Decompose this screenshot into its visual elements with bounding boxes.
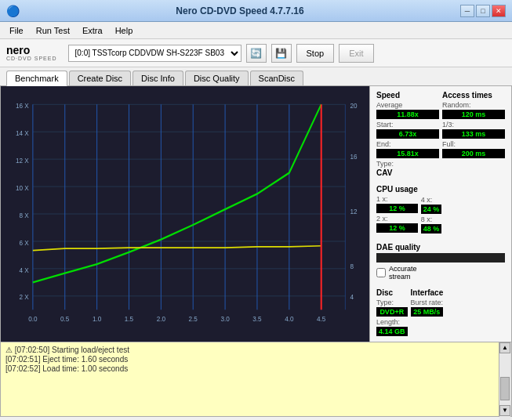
disc-title: Disc — [376, 288, 408, 297]
svg-text:1.5: 1.5 — [125, 315, 133, 324]
log-entry-0: ⚠ [07:02:50] Starting load/eject test — [5, 346, 494, 354]
toolbar: nero CD·DVD SPEED [0:0] TSSTcorp CDDVDW … — [0, 39, 512, 67]
app-icon: 🔵 — [6, 5, 20, 17]
right-panel: Speed Average 11.88x Start: 6.73x End: 1… — [370, 86, 511, 342]
cpu-4x-value: 24 % — [421, 205, 442, 214]
full-value: 200 ms — [442, 149, 505, 158]
drive-selector[interactable]: [0:0] TSSTcorp CDDVDW SH-S223F SB03 — [68, 45, 241, 62]
svg-text:4.0: 4.0 — [285, 315, 293, 324]
cpu-1x-label: 1 x: — [376, 195, 418, 203]
accurate-stream-checkbox[interactable] — [376, 268, 386, 277]
access-section: Access times Random: 120 ms 1/3: 133 ms … — [442, 91, 505, 177]
speed-section: Speed Average 11.88x Start: 6.73x End: 1… — [376, 91, 439, 177]
svg-text:8 X: 8 X — [20, 211, 29, 219]
log-text-0: Starting load/eject test — [52, 346, 129, 354]
dae-section: DAE quality Accurate stream — [376, 243, 505, 281]
svg-text:10 X: 10 X — [16, 183, 29, 192]
logo-top: nero — [6, 45, 57, 56]
log-text-1: Eject time: 1.60 seconds — [42, 355, 128, 364]
svg-text:3.5: 3.5 — [252, 315, 261, 324]
disc-type-value: DVD+R — [376, 307, 408, 317]
log-time-1: [07:02:51] — [5, 355, 40, 364]
cpu-8x-label: 8 x: — [421, 215, 442, 223]
title-bar: 🔵 Nero CD-DVD Speed 4.7.7.16 ─ □ ✕ — [0, 0, 512, 22]
svg-text:4: 4 — [350, 293, 354, 302]
disc-interface-section: Disc Type: DVD+R Length: 4.14 GB Interfa… — [376, 288, 505, 338]
avg-value: 11.88x — [376, 110, 439, 119]
chart-svg: 16 X 14 X 12 X 10 X 8 X 6 X 4 X 2 X 20 1… — [1, 86, 369, 342]
menu-help[interactable]: Help — [109, 24, 140, 37]
menu-file[interactable]: File — [3, 24, 30, 37]
type-label: Type: — [376, 160, 439, 168]
full-label: Full: — [442, 140, 505, 148]
burst-label: Burst rate: — [411, 299, 444, 306]
cpu-title: CPU usage — [376, 185, 418, 194]
logo-bottom: CD·DVD SPEED — [6, 56, 57, 61]
log-time-2: [07:02:52] — [5, 364, 40, 373]
scroll-down-btn[interactable]: ▼ — [499, 405, 510, 416]
speed-access-section: Speed Average 11.88x Start: 6.73x End: 1… — [376, 91, 505, 177]
tabs-bar: Benchmark Create Disc Disc Info Disc Qua… — [0, 67, 512, 86]
menu-extra[interactable]: Extra — [76, 24, 109, 37]
end-value: 15.81x — [376, 149, 439, 158]
one-third-label: 1/3: — [442, 121, 505, 129]
svg-text:4 X: 4 X — [20, 266, 29, 274]
svg-text:14 X: 14 X — [16, 129, 29, 137]
scroll-up-btn[interactable]: ▲ — [499, 342, 510, 353]
scrollbar-thumb[interactable] — [500, 377, 510, 400]
cpu-2x-label: 2 x: — [376, 215, 418, 223]
svg-text:6 X: 6 X — [20, 238, 29, 247]
access-title: Access times — [442, 91, 505, 100]
svg-text:0.5: 0.5 — [60, 315, 69, 324]
log-time-0: [07:02:50] — [15, 346, 49, 354]
minimize-button[interactable]: ─ — [460, 5, 474, 17]
log-scrollbar[interactable]: ▲ ▼ — [499, 342, 511, 416]
cpu-1x-value: 12 % — [376, 204, 418, 213]
close-button[interactable]: ✕ — [492, 5, 506, 17]
log-warning-icon: ⚠ — [5, 346, 13, 354]
svg-text:2 X: 2 X — [20, 293, 29, 302]
tab-create-disc[interactable]: Create Disc — [69, 71, 131, 85]
cpu-8x-value: 48 % — [421, 224, 442, 234]
dae-quality-bar — [376, 253, 505, 262]
cpu-section: CPU usage 1 x: 12 % 2 x: 12 % 4 x: 24 % … — [376, 185, 505, 235]
accurate-label: Accurate stream — [389, 265, 417, 281]
menu-bar: File Run Test Extra Help — [0, 22, 512, 39]
svg-text:16 X: 16 X — [16, 101, 29, 110]
maximize-button[interactable]: □ — [476, 5, 490, 17]
random-label: Random: — [442, 101, 505, 109]
one-third-value: 133 ms — [442, 129, 505, 139]
type-value: CAV — [376, 168, 439, 177]
window-title: Nero CD-DVD Speed 4.7.7.16 — [20, 5, 460, 16]
log-entry-2: [07:02:52] Load time: 1.00 seconds — [5, 364, 494, 373]
cpu-right: 4 x: 24 % 8 x: 48 % — [421, 185, 442, 235]
svg-text:1.0: 1.0 — [93, 315, 101, 324]
tab-benchmark[interactable]: Benchmark — [6, 71, 67, 86]
log-section: ⚠ [07:02:50] Starting load/eject test [0… — [0, 342, 512, 417]
menu-run-test[interactable]: Run Test — [30, 24, 76, 37]
log-text-2: Load time: 1.00 seconds — [42, 364, 128, 373]
speed-title: Speed — [376, 91, 439, 100]
svg-text:12: 12 — [350, 207, 357, 215]
refresh-icon[interactable]: 🔄 — [246, 44, 267, 63]
svg-text:2.0: 2.0 — [157, 315, 165, 324]
tab-scandisc[interactable]: ScanDisc — [250, 71, 303, 85]
svg-text:16: 16 — [350, 153, 357, 161]
disc-length-value: 4.14 GB — [376, 327, 408, 336]
log-entry-1: [07:02:51] Eject time: 1.60 seconds — [5, 355, 494, 364]
end-label: End: — [376, 140, 439, 148]
window-controls: ─ □ ✕ — [460, 5, 506, 17]
stop-button[interactable]: Stop — [296, 44, 335, 63]
save-icon[interactable]: 💾 — [271, 44, 292, 63]
interface-title: Interface — [411, 288, 444, 297]
cpu-4x-label: 4 x: — [421, 196, 442, 204]
tab-disc-info[interactable]: Disc Info — [133, 71, 183, 85]
chart-area: 16 X 14 X 12 X 10 X 8 X 6 X 4 X 2 X 20 1… — [1, 86, 370, 342]
exit-button[interactable]: Exit — [339, 44, 373, 63]
tab-disc-quality[interactable]: Disc Quality — [185, 71, 249, 85]
cpu-usage-pair: CPU usage 1 x: 12 % 2 x: 12 % 4 x: 24 % … — [376, 185, 505, 235]
burst-value: 25 MB/s — [411, 307, 444, 317]
svg-text:4.5: 4.5 — [317, 315, 325, 324]
disc-section: Disc Type: DVD+R Length: 4.14 GB — [376, 288, 408, 338]
cpu-left: CPU usage 1 x: 12 % 2 x: 12 % — [376, 185, 418, 235]
